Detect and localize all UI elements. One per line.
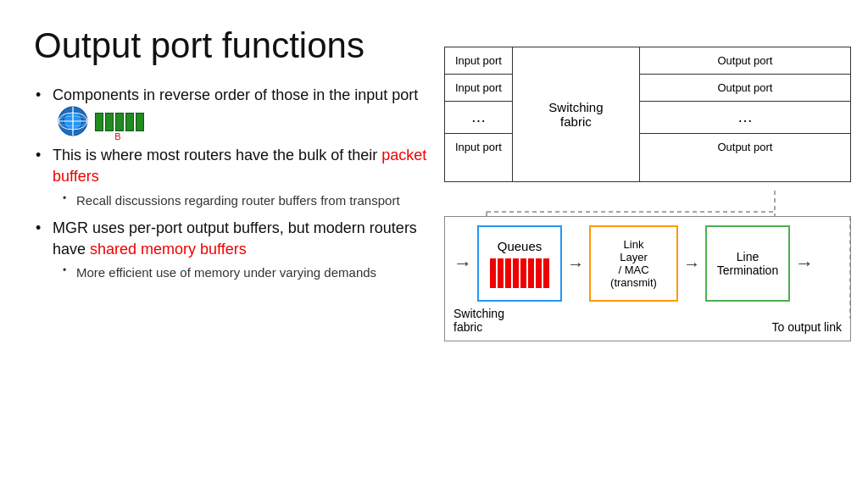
queues-box: Queues [477,225,562,302]
bullet-3-sub: More efficient use of memory under varyi… [61,263,449,281]
left-panel: Components in reverse order of those in … [34,85,449,290]
top-router-diagram: Input port Input port … Input port Switc… [444,47,851,182]
bullet-3-sub-1-text: More efficient use of memory under varyi… [76,265,376,280]
router-icon [58,106,88,136]
router-icon-container: B [58,106,144,136]
queue-bar-6 [528,258,534,288]
switching-fabric-box: Switchingfabric [513,47,640,181]
queue-bar-5 [520,258,526,288]
bullet-3-text: MGR uses per-port output buffers, but mo… [53,219,417,258]
shared-memory-highlight: shared memory buffers [90,241,247,258]
line-term-label: LineTermination [717,250,778,277]
buffer-seg-3 [115,113,124,131]
output-port-dots: … [640,102,850,134]
bottom-labels-row: Switchingfabric To output link [453,307,842,334]
bullet-2-sub-1-text: Recall discussions regarding router buff… [76,193,400,208]
input-port-1: Input port [445,47,512,75]
bullet-list: Components in reverse order of those in … [34,85,449,281]
output-port-1: Output port [640,47,850,75]
queue-bar-2 [498,258,504,288]
output-port-2: Output port [640,75,850,102]
queue-bar-1 [490,258,496,288]
bullet-3-sub-1: More efficient use of memory under varyi… [61,263,449,281]
buffer-icon [95,113,144,131]
bottom-inner-row: → Queues [453,225,842,302]
bullet-3: MGR uses per-port output buffers, but mo… [34,218,449,281]
queue-bar-3 [505,258,511,288]
output-arrow: → [795,252,814,274]
output-ports-section: Output port Output port … Output port [640,47,850,181]
buffer-seg-1 [95,113,103,131]
arrow-ll-to-lt: → [683,254,700,274]
queue-bar-4 [513,258,519,288]
line-term-box: LineTermination [705,225,790,302]
bullet-2: This is where most routers have the bulk… [34,145,449,208]
output-port-3: Output port [640,134,850,160]
buffer-b-label: B [114,130,120,143]
input-port-2: Input port [445,75,512,102]
switching-fabric-bottom-label: Switchingfabric [453,307,504,334]
arrow-q-to-ll: → [567,254,584,274]
slide: Output port functions Components in reve… [0,0,868,488]
queue-bar-7 [536,258,542,288]
input-arrow: → [453,252,472,274]
right-panel: Input port Input port … Input port Switc… [444,47,851,341]
bullet-2-sub: Recall discussions regarding router buff… [61,191,449,209]
queue-bars [490,258,549,288]
packet-buffers-highlight: packet buffers [53,147,426,185]
connector-area [444,191,851,216]
input-port-3: Input port [445,134,512,160]
bullet-1-text: Components in reverse order of those in … [53,86,418,103]
bottom-detail-diagram: → Queues [444,216,851,341]
input-ports-section: Input port Input port … Input port [445,47,513,181]
connector-svg [444,191,851,216]
buffer-seg-4 [125,113,134,131]
buffer-icon-container: B [92,111,144,132]
switching-fabric-label: Switchingfabric [548,100,603,129]
bullet-2-sub-1: Recall discussions regarding router buff… [61,191,449,209]
input-port-dots: … [445,102,512,134]
buffer-seg-2 [105,113,114,131]
link-layer-box: LinkLayer/ MAC(transmit) [589,225,678,302]
link-layer-label: LinkLayer/ MAC(transmit) [610,238,657,289]
to-output-link-label: To output link [772,320,843,334]
bullet-1: Components in reverse order of those in … [34,85,449,136]
bullet-2-text: This is where most routers have the bulk… [53,147,426,185]
queues-label: Queues [498,239,542,253]
queue-bar-8 [543,258,549,288]
buffer-seg-5 [136,113,144,131]
